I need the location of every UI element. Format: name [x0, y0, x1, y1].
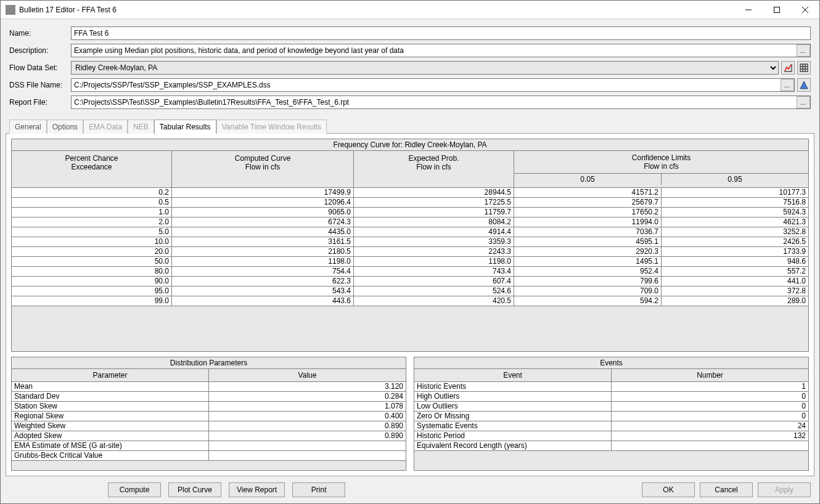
- events-panel: Events Event Number Historic Events1High…: [414, 357, 809, 471]
- description-browse-button[interactable]: …: [797, 44, 810, 57]
- cancel-button[interactable]: Cancel: [700, 482, 753, 497]
- dist-value: 0.890: [209, 431, 406, 441]
- ok-button[interactable]: OK: [642, 482, 695, 497]
- frequency-row[interactable]: 10.03161.53359.34595.12426.5: [12, 237, 808, 247]
- report-file-input[interactable]: [71, 96, 811, 109]
- dist-value: 3.120: [209, 382, 406, 391]
- dist-row[interactable]: Station Skew1.078: [12, 402, 406, 412]
- dist-value: 0.890: [209, 421, 406, 431]
- frequency-cell: 2243.3: [354, 247, 514, 256]
- dist-value: 1.078: [209, 402, 406, 411]
- description-input[interactable]: [71, 44, 811, 57]
- name-label: Name:: [9, 29, 71, 38]
- window-controls: [734, 1, 819, 19]
- events-row[interactable]: Zero Or Missing0: [414, 412, 808, 421]
- form-area: Name: Description: … Flow Data Set: Ridl…: [1, 19, 819, 116]
- apply-button[interactable]: Apply: [758, 482, 811, 497]
- view-report-button[interactable]: View Report: [229, 482, 285, 497]
- report-browse-button[interactable]: …: [797, 96, 810, 108]
- header-confidence-limits: Confidence Limits: [632, 153, 691, 162]
- flow-data-set-select[interactable]: Ridley Creek-Moylan, PA: [71, 61, 779, 75]
- frequency-cell: 2920.3: [514, 247, 662, 256]
- distribution-body: Mean3.120Standard Dev0.284Station Skew1.…: [12, 382, 406, 470]
- dist-key: Mean: [12, 382, 209, 391]
- frequency-row[interactable]: 2.06724.38084.211994.04621.3: [12, 217, 808, 227]
- frequency-cell: 1495.1: [514, 257, 662, 266]
- name-input[interactable]: [71, 26, 811, 40]
- plot-flow-icon[interactable]: [781, 61, 795, 75]
- dss-browse-button[interactable]: …: [781, 79, 794, 91]
- dist-row[interactable]: Weighted Skew0.890: [12, 421, 406, 431]
- dist-key: Adopted Skew: [12, 431, 209, 441]
- frequency-cell: 7036.7: [514, 227, 662, 237]
- frequency-cell: 8084.2: [354, 217, 514, 227]
- frequency-cell: 5924.3: [662, 208, 808, 217]
- frequency-row[interactable]: 20.02180.52243.32920.31733.9: [12, 247, 808, 257]
- frequency-cell: 1.0: [12, 208, 172, 217]
- frequency-row[interactable]: 1.09065.011759.717650.25924.3: [12, 208, 808, 217]
- tab-options[interactable]: Options: [47, 120, 83, 134]
- dss-plot-icon[interactable]: [797, 78, 811, 92]
- print-button[interactable]: Print: [292, 482, 345, 497]
- frequency-cell: 41571.2: [514, 188, 662, 197]
- frequency-cell: 17225.5: [354, 198, 514, 207]
- dist-row[interactable]: Standard Dev0.284: [12, 392, 406, 402]
- dist-row[interactable]: Regional Skew0.400: [12, 412, 406, 421]
- dist-row[interactable]: EMA Estimate of MSE (G at-site): [12, 441, 406, 451]
- events-row[interactable]: High Outliers0: [414, 392, 808, 402]
- events-row[interactable]: Systematic Events24: [414, 421, 808, 431]
- frequency-cell: 25679.7: [514, 198, 662, 207]
- distribution-title: Distribution Parameters: [12, 357, 406, 369]
- distribution-parameters-panel: Distribution Parameters Parameter Value …: [11, 357, 406, 471]
- close-button[interactable]: [791, 1, 819, 19]
- frequency-row[interactable]: 99.0443.6420.5594.2289.0: [12, 296, 808, 306]
- dist-row[interactable]: Mean3.120: [12, 382, 406, 392]
- tab-general[interactable]: General: [9, 120, 47, 134]
- dist-row[interactable]: Adopted Skew0.890: [12, 431, 406, 441]
- minimize-button[interactable]: [734, 1, 763, 19]
- table-flow-icon[interactable]: [797, 61, 811, 75]
- plot-curve-button[interactable]: Plot Curve: [168, 482, 221, 497]
- compute-button[interactable]: Compute: [108, 482, 161, 497]
- events-value: 0: [612, 392, 808, 401]
- header-expected-prob: Expected Prob.: [408, 154, 459, 163]
- dist-value: [209, 451, 406, 460]
- maximize-button[interactable]: [763, 1, 791, 19]
- tab-neb: NEB: [128, 120, 154, 134]
- frequency-cell: 952.4: [514, 267, 662, 276]
- frequency-cell: 11994.0: [514, 217, 662, 227]
- events-row[interactable]: Historic Events1: [414, 382, 808, 392]
- dist-value: 0.284: [209, 392, 406, 401]
- events-row[interactable]: Equivalent Record Length (years): [414, 441, 808, 451]
- flow-data-set-label: Flow Data Set:: [9, 63, 71, 72]
- events-row[interactable]: Historic Period132: [414, 431, 808, 441]
- frequency-cell: 0.5: [12, 198, 172, 207]
- frequency-row[interactable]: 90.0622.3607.4799.6441.0: [12, 277, 808, 287]
- tab-tabular-results[interactable]: Tabular Results: [154, 120, 216, 134]
- frequency-row[interactable]: 0.217499.928944.541571.210177.3: [12, 188, 808, 198]
- frequency-body: 0.217499.928944.541571.210177.30.512096.…: [12, 188, 808, 351]
- dist-row[interactable]: Grubbs-Beck Critical Value: [12, 451, 406, 461]
- dist-key: EMA Estimate of MSE (G at-site): [12, 441, 209, 450]
- header-computed-curve: Computed Curve: [235, 154, 291, 163]
- frequency-row[interactable]: 5.04435.04914.47036.73252.8: [12, 227, 808, 237]
- frequency-cell: 4914.4: [354, 227, 514, 237]
- frequency-cell: 372.8: [662, 287, 808, 296]
- events-row[interactable]: Low Outliers0: [414, 402, 808, 412]
- dss-file-input[interactable]: [71, 78, 795, 92]
- frequency-row[interactable]: 50.01198.01198.01495.1948.6: [12, 257, 808, 267]
- frequency-cell: 594.2: [514, 296, 662, 306]
- frequency-cell: 1198.0: [172, 257, 354, 266]
- frequency-cell: 12096.4: [172, 198, 354, 207]
- frequency-cell: 4435.0: [172, 227, 354, 237]
- frequency-row[interactable]: 95.0543.4524.6709.0372.8: [12, 287, 808, 296]
- frequency-cell: 10177.3: [662, 188, 808, 197]
- titlebar: Bulletin 17 Editor - FFA Test 6: [1, 1, 819, 19]
- dist-value: 0.400: [209, 412, 406, 421]
- frequency-cell: 3252.8: [662, 227, 808, 237]
- dist-header-value: Value: [209, 369, 406, 381]
- frequency-row[interactable]: 0.512096.417225.525679.77516.8: [12, 198, 808, 208]
- frequency-cell: 2180.5: [172, 247, 354, 256]
- events-key: Historic Events: [414, 382, 612, 391]
- frequency-row[interactable]: 80.0754.4743.4952.4557.2: [12, 267, 808, 277]
